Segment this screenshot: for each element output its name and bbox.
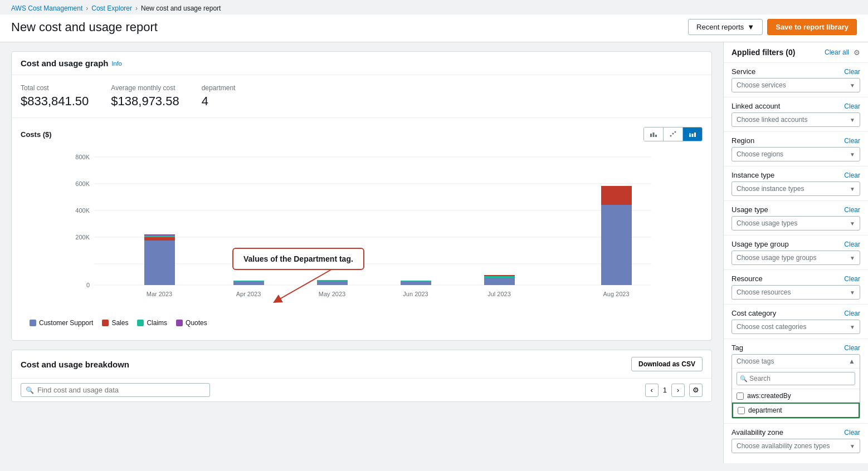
filter-clear-instance_type[interactable]: Clear xyxy=(844,171,860,179)
chevron-down-icon-linked_account: ▼ xyxy=(850,117,855,123)
breakdown-title: Cost and usage breakdown xyxy=(21,360,129,369)
filter-select-linked_account[interactable]: Choose linked accounts ▼ xyxy=(732,112,860,127)
legend-dot xyxy=(102,320,109,326)
filter-section-resource: Resource Clear Choose resources ▼ xyxy=(724,270,868,305)
tag-label: Tag xyxy=(732,344,743,352)
tag-dropdown: Choose tags ▲ 🔍 aws:createdBy xyxy=(732,354,860,419)
filter-select-usage_type[interactable]: Choose usage types ▼ xyxy=(732,216,860,230)
filter-clear-cost_category[interactable]: Clear xyxy=(844,310,860,317)
filter-clear-usage_type_group[interactable]: Clear xyxy=(844,241,860,248)
tag-checkbox-department[interactable] xyxy=(738,407,745,414)
svg-text:Mar 2023: Mar 2023 xyxy=(147,291,172,297)
filter-row-resource: Resource Clear xyxy=(732,274,860,283)
page-number: 1 xyxy=(663,386,667,394)
filter-select-resource[interactable]: Choose resources ▼ xyxy=(732,285,860,300)
breadcrumb: AWS Cost Management › Cost Explorer › Ne… xyxy=(0,0,868,14)
tag-search-input[interactable] xyxy=(737,372,855,385)
bar-chart-btn[interactable] xyxy=(644,127,664,141)
filter-row-region: Region Clear xyxy=(732,136,860,145)
filter-placeholder-region: Choose regions xyxy=(737,150,783,158)
right-panel: Applied filters (0) Clear all ⚙ Service … xyxy=(723,42,868,463)
breadcrumb-root[interactable]: AWS Cost Management xyxy=(11,4,82,12)
chart-legend: Customer SupportSalesClaimsQuotes xyxy=(21,315,703,331)
tag-dropdown-header[interactable]: Choose tags ▲ xyxy=(732,355,860,369)
breadcrumb-sep2: › xyxy=(135,4,138,12)
filter-section-cost_category: Cost category Clear Choose cost categori… xyxy=(724,305,868,339)
svg-text:Jul 2023: Jul 2023 xyxy=(487,291,511,297)
filter-clear-resource[interactable]: Clear xyxy=(844,275,860,283)
card-title: Cost and usage graph Info xyxy=(21,58,703,68)
filter-select-service[interactable]: Choose services ▼ xyxy=(732,78,860,92)
legend-item-customer-support: Customer Support xyxy=(30,319,93,327)
svg-rect-25 xyxy=(233,282,264,285)
total-cost-stat: Total cost $833,841.50 xyxy=(21,84,89,109)
availability-select[interactable]: Choose availability zones types ▼ xyxy=(732,439,860,453)
chart-svg-container: 800K 600K 400K 200K 0 xyxy=(21,146,703,315)
total-cost-value: $833,841.50 xyxy=(21,94,89,109)
chart-type-buttons xyxy=(643,127,703,141)
download-csv-button[interactable]: Download as CSV xyxy=(631,357,703,371)
filter-select-usage_type_group[interactable]: Choose usage type groups ▼ xyxy=(732,251,860,265)
prev-page-btn[interactable]: ‹ xyxy=(645,384,659,397)
filter-placeholder-resource: Choose resources xyxy=(737,288,791,296)
svg-text:600K: 600K xyxy=(75,180,90,187)
filter-select-instance_type[interactable]: Choose instance types ▼ xyxy=(732,181,860,196)
legend-dot xyxy=(137,320,144,326)
breadcrumb-sep1: › xyxy=(86,4,88,12)
svg-rect-9 xyxy=(694,133,696,137)
filter-section-linked_account: Linked account Clear Choose linked accou… xyxy=(724,97,868,132)
svg-point-5 xyxy=(675,131,676,133)
next-page-btn[interactable]: › xyxy=(671,384,685,397)
tag-checkbox-aws-created-by[interactable] xyxy=(737,392,744,400)
info-badge[interactable]: Info xyxy=(112,60,122,67)
stacked-bar-btn[interactable] xyxy=(683,127,702,141)
filter-clear-region[interactable]: Clear xyxy=(844,137,860,145)
recent-reports-button[interactable]: Recent reports ▼ xyxy=(688,19,763,35)
header-actions: Recent reports ▼ Save to report library xyxy=(688,19,857,35)
legend-label: Sales xyxy=(111,319,128,327)
svg-text:Apr 2023: Apr 2023 xyxy=(236,291,261,297)
legend-label: Quotes xyxy=(186,319,207,327)
svg-rect-27 xyxy=(317,281,348,285)
breadcrumb-mid[interactable]: Cost Explorer xyxy=(91,4,132,12)
tag-item-department[interactable]: department xyxy=(732,403,860,418)
filter-settings-icon[interactable]: ⚙ xyxy=(854,48,860,57)
filter-clear-service[interactable]: Clear xyxy=(844,68,860,76)
filter-name-service: Service xyxy=(732,67,755,76)
tag-search-wrapper: 🔍 xyxy=(737,372,855,385)
svg-rect-6 xyxy=(689,135,691,137)
availability-filter-row: Availability zone Clear xyxy=(732,428,860,436)
chevron-down-icon-instance_type: ▼ xyxy=(850,186,855,192)
search-input[interactable] xyxy=(37,386,205,394)
filter-row-instance_type: Instance type Clear xyxy=(732,171,860,179)
filter-clear-linked_account[interactable]: Clear xyxy=(844,102,860,110)
availability-label: Availability zone xyxy=(732,428,783,436)
svg-rect-8 xyxy=(692,134,694,137)
availability-clear[interactable]: Clear xyxy=(844,429,860,436)
svg-rect-32 xyxy=(484,276,515,278)
tag-item-aws-created-by[interactable]: aws:createdBy xyxy=(732,389,860,403)
filter-clear-usage_type[interactable]: Clear xyxy=(844,206,860,214)
filter-placeholder-cost_category: Choose cost categories xyxy=(737,323,806,331)
chevron-down-icon-service: ▼ xyxy=(850,82,855,89)
dropdown-arrow-icon: ▼ xyxy=(747,23,754,31)
tag-placeholder: Choose tags xyxy=(737,357,774,365)
svg-rect-26 xyxy=(233,281,264,282)
main-content: Cost and usage graph Info Total cost $83… xyxy=(0,42,868,463)
svg-rect-35 xyxy=(601,186,632,205)
filter-name-usage_type: Usage type xyxy=(732,205,768,214)
scatter-chart-btn[interactable] xyxy=(664,127,683,141)
filter-row-linked_account: Linked account Clear xyxy=(732,102,860,110)
legend-item-quotes: Quotes xyxy=(176,319,207,327)
filter-placeholder-usage_type: Choose usage types xyxy=(737,219,797,227)
tag-clear[interactable]: Clear xyxy=(844,344,860,352)
pagination-settings-btn[interactable]: ⚙ xyxy=(689,384,703,397)
filter-select-region[interactable]: Choose regions ▼ xyxy=(732,147,860,161)
stats-row: Total cost $833,841.50 Average monthly c… xyxy=(12,75,711,118)
total-cost-label: Total cost xyxy=(21,84,89,92)
clear-all-link[interactable]: Clear all xyxy=(825,48,849,56)
svg-rect-2 xyxy=(655,135,657,137)
filter-select-cost_category[interactable]: Choose cost categories ▼ xyxy=(732,320,860,334)
tag-label-aws-created-by: aws:createdBy xyxy=(747,392,791,400)
save-report-button[interactable]: Save to report library xyxy=(767,19,857,35)
